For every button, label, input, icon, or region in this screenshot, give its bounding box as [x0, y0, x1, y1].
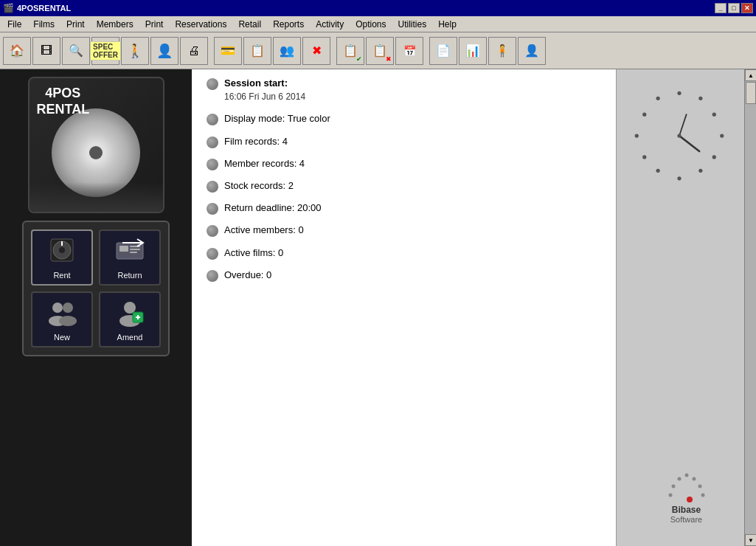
- tb-person[interactable]: 👤: [150, 37, 178, 65]
- bullet-icon: [207, 181, 218, 193]
- tb-walk[interactable]: 🚶: [121, 37, 149, 65]
- display-mode-text: Display mode: True color: [224, 112, 330, 125]
- active-members-row: Active members: 0: [207, 224, 601, 237]
- bullet-icon: [207, 159, 218, 170]
- svg-point-36: [692, 477, 696, 481]
- svg-point-21: [712, 113, 715, 117]
- tb-card1[interactable]: 💳: [214, 37, 242, 65]
- svg-point-25: [677, 176, 681, 180]
- tb-card2[interactable]: 📋: [243, 37, 271, 65]
- overdue-text: Overdue: 0: [224, 269, 271, 282]
- svg-point-20: [698, 97, 702, 100]
- svg-point-37: [671, 485, 675, 488]
- tb-special[interactable]: SPECOFFER: [91, 37, 119, 65]
- menu-print1[interactable]: Print: [60, 16, 91, 32]
- logo-text: 4POS RENTAL: [37, 86, 90, 117]
- rent-button[interactable]: Rent: [31, 229, 93, 286]
- menu-activity[interactable]: Activity: [310, 16, 350, 32]
- cd-hole: [89, 146, 103, 159]
- bullet-icon: [207, 270, 218, 282]
- new-button[interactable]: New: [31, 291, 93, 348]
- menu-print2[interactable]: Print: [139, 16, 170, 32]
- menu-reservations[interactable]: Reservations: [169, 16, 232, 32]
- main-area: 4POS RENTAL Rent: [0, 69, 756, 546]
- quick-actions: Rent Return: [22, 221, 170, 356]
- tb-person2[interactable]: 🧍: [488, 37, 516, 65]
- tb-delete[interactable]: ✖: [302, 37, 330, 65]
- menu-bar: File Films Print Members Print Reservati…: [0, 16, 756, 32]
- member-records-row: Member records: 4: [207, 157, 601, 170]
- session-start-row: Session start: 16:06 Fri Jun 6 2014: [207, 77, 601, 103]
- bullet-icon: [207, 78, 218, 90]
- left-panel: 4POS RENTAL Rent: [0, 69, 192, 546]
- svg-point-30: [656, 97, 659, 100]
- svg-point-34: [684, 474, 688, 477]
- scroll-track: [745, 81, 756, 534]
- menu-file[interactable]: File: [1, 16, 27, 32]
- amend-button[interactable]: Amend: [99, 291, 161, 348]
- app-title: 4POSRENTAL: [17, 4, 71, 13]
- svg-line-32: [679, 114, 687, 136]
- stock-records-row: Stock records: 2: [207, 179, 601, 193]
- active-films-row: Active films: 0: [207, 246, 601, 260]
- clock-area: [628, 84, 746, 202]
- logo-box: 4POS RENTAL: [28, 77, 164, 213]
- tb-barcode[interactable]: 📊: [459, 37, 487, 65]
- menu-retail[interactable]: Retail: [232, 16, 267, 32]
- bullet-icon: [207, 248, 218, 260]
- tb-group[interactable]: 👥: [273, 37, 301, 65]
- menu-reports[interactable]: Reports: [267, 16, 310, 32]
- scroll-up-button[interactable]: ▲: [745, 69, 756, 81]
- menu-options[interactable]: Options: [350, 16, 392, 32]
- scroll-thumb[interactable]: [746, 82, 756, 104]
- rent-label: Rent: [53, 271, 70, 280]
- member-records-text: Member records: 4: [224, 157, 305, 170]
- svg-point-33: [677, 134, 681, 137]
- amend-icon: [115, 297, 145, 331]
- return-button[interactable]: Return: [99, 229, 161, 286]
- session-start-text: Session start: 16:06 Fri Jun 6 2014: [224, 77, 305, 103]
- close-button[interactable]: ✕: [741, 3, 753, 13]
- svg-point-12: [63, 303, 73, 313]
- svg-point-29: [642, 113, 646, 117]
- menu-films[interactable]: Films: [27, 16, 60, 32]
- svg-point-40: [701, 494, 704, 497]
- tb-search[interactable]: 🔍: [62, 37, 90, 65]
- tb-person3[interactable]: 👤: [518, 37, 546, 65]
- maximize-button[interactable]: □: [728, 3, 740, 13]
- menu-help[interactable]: Help: [432, 16, 462, 32]
- tb-home[interactable]: 🏠: [3, 37, 31, 65]
- menu-members[interactable]: Members: [91, 16, 139, 32]
- scroll-down-button[interactable]: ▼: [745, 534, 756, 546]
- tb-check[interactable]: 📋 ✔: [336, 37, 364, 65]
- toolbar: 🏠 🎞 🔍 SPECOFFER 🚶 👤 🖨 💳 📋 👥 ✖ 📋 ✔ 📋 ✖ 📅 …: [0, 32, 756, 69]
- stock-records-text: Stock records: 2: [224, 179, 294, 193]
- film-records-text: Film records: 4: [224, 135, 288, 148]
- svg-point-23: [712, 155, 715, 159]
- menu-utilities[interactable]: Utilities: [392, 16, 433, 32]
- amend-label: Amend: [117, 333, 143, 342]
- tb-cross[interactable]: 📋 ✖: [366, 37, 394, 65]
- film-records-row: Film records: 4: [207, 135, 601, 148]
- svg-point-39: [668, 494, 672, 497]
- svg-point-2: [59, 247, 65, 253]
- title-bar-controls[interactable]: _ □ ✕: [715, 3, 753, 13]
- app-icon: 🎬: [3, 3, 14, 13]
- center-panel: Session start: 16:06 Fri Jun 6 2014 Disp…: [192, 69, 616, 546]
- display-mode-row: Display mode: True color: [207, 112, 601, 125]
- active-members-text: Active members: 0: [224, 224, 304, 237]
- tb-res[interactable]: 📅: [395, 37, 423, 65]
- svg-point-19: [677, 91, 681, 95]
- scrollbar[interactable]: ▲ ▼: [744, 69, 756, 546]
- return-deadline-text: Return deadline: 20:00: [224, 201, 322, 215]
- tb-films[interactable]: 🎞: [32, 37, 60, 65]
- svg-rect-8: [130, 252, 137, 253]
- bibase-dots-graphic: [665, 471, 709, 505]
- minimize-button[interactable]: _: [715, 3, 726, 13]
- clock-face: [628, 84, 731, 187]
- return-icon: [115, 235, 145, 269]
- tb-print[interactable]: 🖨: [180, 37, 208, 65]
- new-member-icon: [47, 297, 77, 331]
- tb-copy[interactable]: 📄: [429, 37, 457, 65]
- title-bar: 🎬 4POSRENTAL _ □ ✕: [0, 0, 756, 16]
